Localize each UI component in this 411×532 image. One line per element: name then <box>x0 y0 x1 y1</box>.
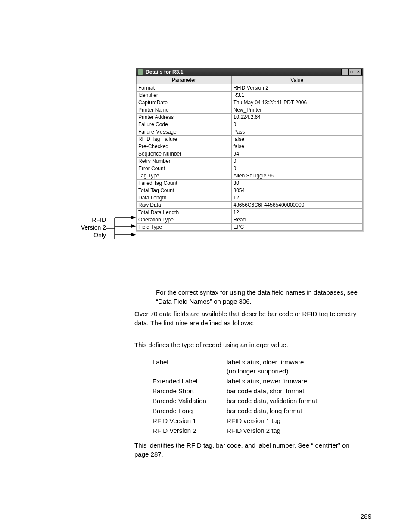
cell-parameter: Identifier <box>137 92 232 99</box>
cell-value: false <box>231 143 363 150</box>
table-row: Failure Code0 <box>137 121 363 128</box>
header-value: Value <box>231 76 363 84</box>
cell-value: Pass <box>231 128 363 136</box>
cell-value: 48656C6C6F44565400000000 <box>231 202 363 209</box>
app-icon <box>138 69 143 75</box>
cell-value: 94 <box>231 150 363 158</box>
cell-parameter: Total Data Length <box>137 209 232 216</box>
cell-parameter: Printer Name <box>137 106 232 114</box>
cell-parameter: Sequence Number <box>137 150 232 158</box>
cell-parameter: Failure Message <box>137 128 232 136</box>
cell-value: Read <box>231 216 363 224</box>
cell-parameter: Pre-Checked <box>137 143 232 150</box>
format-label: Barcode Validation <box>153 396 226 405</box>
cell-value: 10.224.2.64 <box>231 114 363 121</box>
cell-parameter: Failure Code <box>137 121 232 128</box>
table-row: Field TypeEPC <box>137 224 363 231</box>
dialog-title: Details for R3.1 <box>146 69 341 75</box>
cell-parameter: CaptureDate <box>137 99 232 106</box>
table-row: RFID Tag Failurefalse <box>137 136 363 143</box>
format-desc: This defines the type of record using an… <box>134 340 365 349</box>
cell-value: 12 <box>231 209 363 216</box>
cell-value: New_Printer <box>231 106 363 114</box>
table-row: FormatRFID Version 2 <box>137 84 363 92</box>
format-label: RFID Version 2 <box>153 426 226 435</box>
cell-parameter: Retry Number <box>137 158 232 165</box>
minimize-icon[interactable]: _ <box>341 69 348 75</box>
format-table: Labellabel status, older firmware (no lo… <box>152 357 318 436</box>
note-text: For the correct syntax for using the dat… <box>156 288 365 306</box>
cell-parameter: RFID Tag Failure <box>137 136 232 143</box>
format-label: Extended Label <box>153 376 226 386</box>
format-desc: RFID version 2 tag <box>227 426 317 435</box>
format-row: Barcode Validationbar code data, validat… <box>153 396 317 405</box>
table-row: CaptureDateThu May 04 13:22:41 PDT 2006 <box>137 99 363 106</box>
identifier-desc: This identifies the RFID tag, bar code, … <box>134 441 365 459</box>
cell-value: 12 <box>231 194 363 202</box>
cell-parameter: Printer Address <box>137 114 232 121</box>
callout-arrows <box>106 214 140 244</box>
table-row: Sequence Number94 <box>137 150 363 158</box>
cell-parameter: Failed Tag Count <box>137 180 232 187</box>
table-row: Failure MessagePass <box>137 128 363 136</box>
format-label: Barcode Long <box>153 406 226 415</box>
cell-value: 0 <box>231 165 363 172</box>
table-row: Data Length12 <box>137 194 363 202</box>
format-row: Barcode Shortbar code data, short format <box>153 386 317 395</box>
format-row: Barcode Longbar code data, long format <box>153 406 317 415</box>
format-label: RFID Version 1 <box>153 416 226 425</box>
cell-value: Alien Squiggle 96 <box>231 172 363 180</box>
cell-parameter: Tag Type <box>137 172 232 180</box>
cell-parameter: Error Count <box>137 165 232 172</box>
format-desc: bar code data, validation format <box>227 396 317 405</box>
table-row: Tag TypeAlien Squiggle 96 <box>137 172 363 180</box>
callout-text: RFID Version 2 Only <box>75 216 106 239</box>
cell-parameter: Field Type <box>137 224 232 231</box>
dialog-titlebar: Details for R3.1 _ □ × <box>136 68 363 76</box>
cell-value: RFID Version 2 <box>231 84 363 92</box>
cell-value: EPC <box>231 224 363 231</box>
format-desc: RFID version 1 tag <box>227 416 317 425</box>
table-row: Failed Tag Count30 <box>137 180 363 187</box>
format-desc: label status, older firmware (no longer … <box>227 358 317 376</box>
table-row: Printer NameNew_Printer <box>137 106 363 114</box>
table-row: Total Data Length12 <box>137 209 363 216</box>
cell-parameter: Raw Data <box>137 202 232 209</box>
details-dialog: Details for R3.1 _ □ × Parameter Value F… <box>136 68 363 231</box>
cell-value: R3.1 <box>231 92 363 99</box>
cell-parameter: Format <box>137 84 232 92</box>
format-row: RFID Version 1RFID version 1 tag <box>153 416 317 425</box>
format-desc: label status, newer firmware <box>227 376 317 386</box>
format-label: Barcode Short <box>153 386 226 395</box>
table-row: Total Tag Count3054 <box>137 187 363 194</box>
table-row: Printer Address10.224.2.64 <box>137 114 363 121</box>
over70-text: Over 70 data fields are available that d… <box>134 309 365 327</box>
header-parameter: Parameter <box>137 76 232 84</box>
cell-value: 3054 <box>231 187 363 194</box>
format-desc: bar code data, short format <box>227 386 317 395</box>
callout-rfid-v2-only: RFID Version 2 Only <box>75 216 106 239</box>
page-number: 289 <box>361 513 371 520</box>
details-table: Parameter Value FormatRFID Version 2Iden… <box>136 76 363 231</box>
table-row: Operation TypeRead <box>137 216 363 224</box>
table-row: Raw Data48656C6C6F44565400000000 <box>137 202 363 209</box>
maximize-icon[interactable]: □ <box>348 69 355 75</box>
cell-parameter: Operation Type <box>137 216 232 224</box>
cell-value: 0 <box>231 121 363 128</box>
close-icon[interactable]: × <box>355 69 362 75</box>
table-row: Retry Number0 <box>137 158 363 165</box>
format-row: RFID Version 2RFID version 2 tag <box>153 426 317 435</box>
table-row: Pre-Checkedfalse <box>137 143 363 150</box>
format-label: Label <box>153 358 226 376</box>
table-row: Error Count0 <box>137 165 363 172</box>
cell-value: Thu May 04 13:22:41 PDT 2006 <box>231 99 363 106</box>
format-row: Extended Labellabel status, newer firmwa… <box>153 376 317 386</box>
format-desc: bar code data, long format <box>227 406 317 415</box>
table-row: IdentifierR3.1 <box>137 92 363 99</box>
cell-value: false <box>231 136 363 143</box>
page-header-rule <box>73 21 372 21</box>
cell-parameter: Total Tag Count <box>137 187 232 194</box>
cell-value: 30 <box>231 180 363 187</box>
format-row: Labellabel status, older firmware (no lo… <box>153 358 317 376</box>
cell-value: 0 <box>231 158 363 165</box>
